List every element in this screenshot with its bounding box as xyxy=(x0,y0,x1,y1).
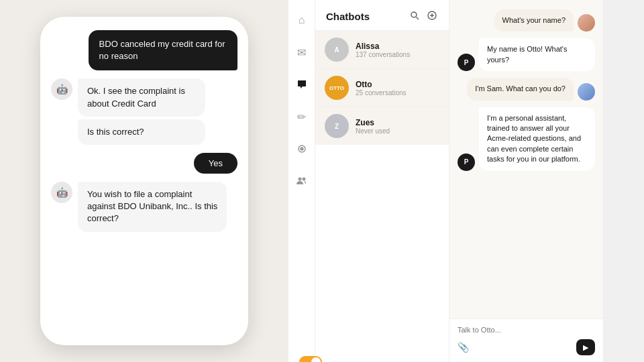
sidebar-icon-mail[interactable]: ✉ xyxy=(291,42,313,63)
chat-bubble-user-2: I'm Sam. What can you do? xyxy=(467,78,574,100)
chatbot-item-alissa[interactable]: A Alissa 137 conversations xyxy=(315,31,449,69)
attach-icon[interactable]: 📎 xyxy=(458,342,469,353)
chat-message-user-2-row: I'm Sam. What can you do? xyxy=(458,78,595,100)
chatbot-avatar-zues: Z xyxy=(325,114,349,138)
chatbot-name-alissa: Alissa xyxy=(356,42,439,51)
bot-avatar-1: 🤖 xyxy=(51,78,72,100)
chatbot-info-alissa: Alissa 137 conversations xyxy=(356,42,439,58)
chatgpt-toggle[interactable] xyxy=(299,356,322,362)
phone-btn-row: Yes xyxy=(51,153,237,174)
chatbots-add-button[interactable] xyxy=(426,9,438,23)
chatgpt-toggle-knob xyxy=(311,357,321,362)
sidebar-icon-home[interactable]: ⌂ xyxy=(291,9,313,31)
bot-avatar-icon-1: 🤖 xyxy=(56,84,68,95)
sidebar-icon-people[interactable] xyxy=(291,170,313,192)
chatbots-icons xyxy=(409,9,438,23)
chat-bot-av-letter-2: P xyxy=(464,158,469,166)
phone-mockup: BDO canceled my credit card for no reaso… xyxy=(40,17,248,345)
chat-input[interactable] xyxy=(458,326,595,334)
app-container: BDO canceled my credit card for no reaso… xyxy=(0,0,644,362)
sidebar-icon-pen[interactable]: ✏ xyxy=(291,106,313,127)
phone-bot-message-2: Is this correct? xyxy=(78,119,205,145)
chatbot-avatar-alissa: A xyxy=(325,38,349,62)
chatbot-info-zues: Zues Never used xyxy=(356,118,439,135)
chatbot-item-otto[interactable]: OTTO Otto 25 conversations xyxy=(315,69,449,107)
bot-avatar-2: 🤖 xyxy=(51,182,72,203)
chatbots-panel: Chatbots A xyxy=(315,0,449,362)
chat-panel: What's your name? P My name is Otto! Wha… xyxy=(449,0,604,362)
sidebar-icon-chat[interactable] xyxy=(291,74,313,95)
chatbots-title: Chatbots xyxy=(326,11,370,22)
bot-avatar-icon-2: 🤖 xyxy=(56,187,68,198)
svg-point-4 xyxy=(411,12,417,17)
phone-bot-message-3: You wish to file a complaint against BDO… xyxy=(78,182,227,232)
chat-messages: What's your name? P My name is Otto! Wha… xyxy=(449,0,603,318)
chatbot-sub-otto: 25 conversations xyxy=(356,89,439,97)
chat-bot-avatar-1: P xyxy=(458,54,475,71)
phone-bot-message-1: Ok. I see the complaint is about Credit … xyxy=(78,78,205,116)
chat-input-area: 📎 ▶ xyxy=(449,318,603,362)
chatbots-header: Chatbots xyxy=(315,0,449,31)
phone-user-message-1: BDO canceled my credit card for no reaso… xyxy=(89,30,237,70)
chatbot-sub-alissa: 137 conversations xyxy=(356,51,439,58)
chat-bubble-bot-2: I'm a personal assistant, trained to ans… xyxy=(479,107,595,171)
chatbots-and-chat: Chatbots A xyxy=(315,0,644,362)
svg-point-3 xyxy=(302,178,305,181)
svg-text:Z: Z xyxy=(335,123,339,130)
chat-message-bot-1-row: P My name is Otto! What's yours? xyxy=(458,38,595,71)
sidebar-icon-shape[interactable] xyxy=(291,138,313,160)
chatbot-name-otto: Otto xyxy=(356,80,439,89)
middle-section: ⌂ ✉ ✏ Chatbots xyxy=(288,0,644,362)
chatbots-search-button[interactable] xyxy=(409,9,421,23)
chat-bot-avatar-2: P xyxy=(458,154,475,171)
phone-bot-row-2: 🤖 You wish to file a complaint against B… xyxy=(51,182,237,232)
send-button[interactable]: ▶ xyxy=(576,339,595,355)
phone-bot-row-1: 🤖 Ok. I see the complaint is about Credi… xyxy=(51,78,237,145)
chatbot-sub-zues: Never used xyxy=(356,127,439,135)
chatbot-item-zues[interactable]: Z Zues Never used xyxy=(315,107,449,145)
svg-point-1 xyxy=(301,147,303,150)
user-avatar-2 xyxy=(578,83,595,101)
chatbot-avatar-otto: OTTO xyxy=(325,76,349,100)
chat-bubble-bot-1: My name is Otto! What's yours? xyxy=(479,38,595,71)
user-avatar-1 xyxy=(578,14,595,32)
chat-message-user-1-row: What's your name? xyxy=(458,9,595,32)
chat-message-bot-2-row: P I'm a personal assistant, trained to a… xyxy=(458,107,595,171)
chat-bubble-user-1: What's your name? xyxy=(494,9,574,32)
svg-line-5 xyxy=(417,17,419,20)
svg-text:A: A xyxy=(334,46,339,54)
icon-sidebar: ⌂ ✉ ✏ xyxy=(288,0,315,362)
chat-input-actions: 📎 ▶ xyxy=(458,339,595,355)
chatbot-name-zues: Zues xyxy=(356,118,439,127)
phone-panel: BDO canceled my credit card for no reaso… xyxy=(0,0,288,362)
yes-button[interactable]: Yes xyxy=(194,153,237,174)
chatbot-info-otto: Otto 25 conversations xyxy=(356,80,439,97)
svg-point-2 xyxy=(298,178,301,181)
chat-bot-av-letter-1: P xyxy=(464,59,469,66)
